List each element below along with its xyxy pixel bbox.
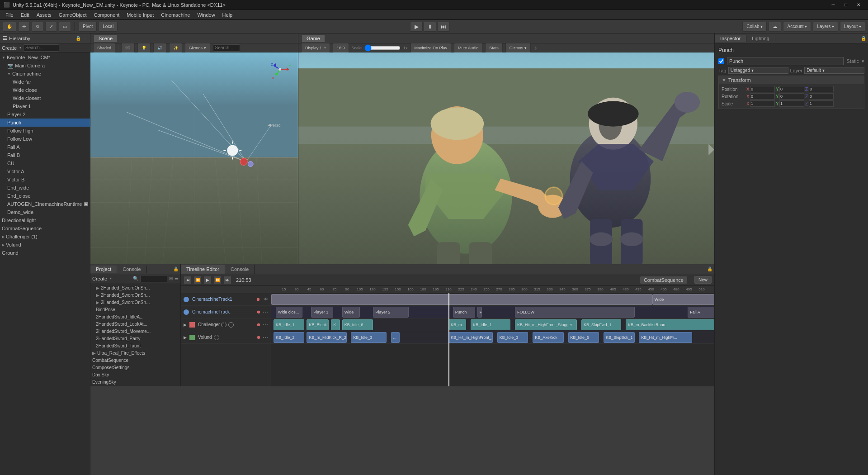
hierarchy-item-cinemachine[interactable]: ▼ Cinemachine [0, 70, 90, 78]
track-clip[interactable]: KB_Idle_3 [497, 332, 528, 343]
track-clip[interactable]: KB_SkipBck_1 [604, 332, 635, 343]
layers-btn[interactable]: Layers ▾ [813, 22, 838, 32]
track-clip-wide[interactable]: Wide [652, 294, 714, 305]
project-sort-icon[interactable]: ⊞ [169, 276, 173, 281]
hierarchy-item-autogen[interactable]: AUTOGEN_CinemachineRuntime V [0, 200, 90, 208]
static-arrow[interactable]: ▾ [862, 58, 864, 64]
tl-go-start-btn[interactable]: ⏮ [184, 276, 192, 284]
track-clip[interactable] [271, 294, 652, 305]
track-rec-btn-1[interactable]: ⏺ [256, 297, 260, 302]
hierarchy-item-end-wide[interactable]: End_wide [0, 184, 90, 192]
track-three-dots-2[interactable]: ⋯ [263, 309, 268, 315]
pos-x[interactable] [750, 86, 775, 92]
close-btn[interactable]: ✕ [855, 2, 862, 8]
project-item[interactable]: Day Sky [90, 371, 180, 378]
hierarchy-item-widefar[interactable]: Wide far [0, 78, 90, 86]
track-clip-punch[interactable]: Punch [453, 307, 475, 318]
timeline-lock-icon[interactable]: 🔒 [705, 266, 714, 271]
pos-z[interactable] [809, 86, 834, 92]
display-btn[interactable]: Display 1 ▾ [301, 43, 330, 53]
track-rec-btn-2[interactable]: ⏺ [256, 309, 261, 314]
menu-cinemachine[interactable]: Cinemachine [157, 11, 193, 19]
project-item[interactable]: 2HandedSword_LookAt... [90, 320, 180, 328]
mute-audio-btn[interactable]: Mute Audio [454, 43, 482, 53]
hierarchy-item-wideclose[interactable]: Wide close [0, 86, 90, 94]
project-item[interactable]: ▶ 2Handed_SwordOnSh... [90, 299, 180, 306]
inspector-lock-icon[interactable]: 🔒 [859, 36, 868, 41]
track-three-dots-v[interactable]: ⋯ [263, 334, 268, 341]
tag-selector[interactable]: Untagged ▾ [728, 67, 788, 74]
hierarchy-item-wideclosest[interactable]: Wide closest [0, 94, 90, 102]
gizmos-btn[interactable]: Gizmos ▾ [185, 43, 210, 53]
hierarchy-item-player1[interactable]: Player 1 [0, 102, 90, 110]
project-item[interactable]: ComposerSettings [90, 364, 180, 371]
project-tab[interactable]: Project [90, 266, 117, 273]
track-clip[interactable]: KB_SkipFwd_1 [581, 319, 621, 330]
hierarchy-item-punch[interactable]: Punch [0, 119, 90, 127]
tl-prev-btn[interactable]: ⏪ [193, 276, 202, 284]
project-item[interactable]: ▶ Gizmos [90, 385, 180, 386]
menu-mobileinput[interactable]: Mobile Input [123, 11, 157, 19]
console-tab[interactable]: Console [117, 266, 146, 273]
hierarchy-item-cu[interactable]: CU [0, 159, 90, 167]
scene-tab[interactable]: Scene [94, 35, 117, 42]
timeline-ruler[interactable]: 15 30 45 60 75 90 105 120 135 150 165 [271, 286, 714, 293]
track-clip[interactable]: KB_Idle_1 [274, 319, 305, 330]
game-gizmos-btn[interactable]: Gizmos ▾ [505, 43, 531, 53]
track-rec-btn-v[interactable]: ⏺ [256, 335, 261, 340]
scene-view-content[interactable]: Y X Z Perso ◀ [90, 52, 298, 264]
aspect-btn[interactable]: 16:9 [333, 43, 349, 53]
menu-window[interactable]: Window [193, 11, 218, 19]
shading-btn[interactable]: Shaded [93, 43, 115, 53]
collab-btn[interactable]: Collab ▾ [742, 22, 767, 32]
track-clip[interactable]: Player 1 [311, 307, 333, 318]
track-clip-falla[interactable]: Fall A [688, 307, 714, 318]
track-clip[interactable]: KB_Idle_6 [342, 319, 373, 330]
track-clip[interactable]: KB_m_MidKick_R_2 [307, 332, 346, 343]
track-clip-follow[interactable]: FOLLOW [515, 307, 635, 318]
hierarchy-lock-icon[interactable]: 🔒 [75, 36, 81, 41]
project-panel-lock[interactable]: 🔒 [171, 266, 180, 271]
track-clip[interactable]: KB_m_BackfistRoun... [626, 319, 714, 330]
track-clip[interactable]: KB_Idle_2 [274, 332, 305, 343]
object-active-checkbox[interactable] [718, 58, 724, 64]
layer-selector[interactable]: Default ▾ [804, 67, 864, 74]
pivot-btn[interactable]: Pivot [79, 22, 97, 32]
hierarchy-item-ground[interactable]: Ground [0, 249, 90, 257]
tl-new-btn[interactable]: New [694, 276, 712, 284]
scale-y[interactable] [779, 100, 804, 107]
track-clip[interactable]: KB_Hit_m_HighFront_Stagger [515, 319, 577, 330]
scale-z[interactable] [809, 100, 834, 107]
step-btn[interactable]: ⏭ [437, 22, 450, 32]
account-btn[interactable]: Account ▾ [783, 22, 811, 32]
cloud-btn[interactable]: ☁ [769, 22, 781, 32]
project-search[interactable] [140, 275, 167, 282]
hierarchy-item-fallb[interactable]: Fall B [0, 151, 90, 159]
hierarchy-item-victorb[interactable]: Victor B [0, 176, 90, 184]
track-clip[interactable]: Wide clos... [276, 307, 302, 318]
project-item[interactable]: EveningSky [90, 378, 180, 385]
scene-search[interactable] [213, 44, 240, 52]
project-item[interactable]: ▶ Ultra_Real_Fire_Effects [90, 349, 180, 356]
track-clip[interactable]: KB_Idle_1 [471, 319, 510, 330]
menu-help[interactable]: Help [219, 11, 236, 19]
maximize-on-play-btn[interactable]: Maximize On Play [410, 43, 452, 53]
rot-y[interactable] [779, 93, 804, 100]
menu-edit[interactable]: Edit [17, 11, 33, 19]
rotate-tool-btn[interactable]: ↻ [32, 22, 43, 32]
project-item[interactable]: 2HandedSword_Parry [90, 335, 180, 342]
game-view-content[interactable] [298, 52, 714, 264]
local-btn[interactable]: Local [99, 22, 118, 32]
inspector-tab[interactable]: Inspector [715, 35, 746, 42]
hierarchy-item-end-close[interactable]: End_close [0, 192, 90, 200]
menu-gameobject[interactable]: GameObject [55, 11, 90, 19]
rot-x[interactable] [750, 93, 775, 100]
play-btn[interactable]: ▶ [410, 22, 423, 32]
hierarchy-item-followhigh[interactable]: Follow High [0, 127, 90, 135]
hierarchy-create-btn[interactable]: Create [2, 45, 17, 51]
track-clip[interactable]: ... [391, 332, 400, 343]
scale-tool-btn[interactable]: ⤢ [45, 22, 57, 32]
move-tool-btn[interactable]: ✛ [18, 22, 30, 32]
project-item[interactable]: 2HandedSword_Moveme... [90, 328, 180, 335]
light-btn[interactable]: 💡 [137, 43, 151, 53]
